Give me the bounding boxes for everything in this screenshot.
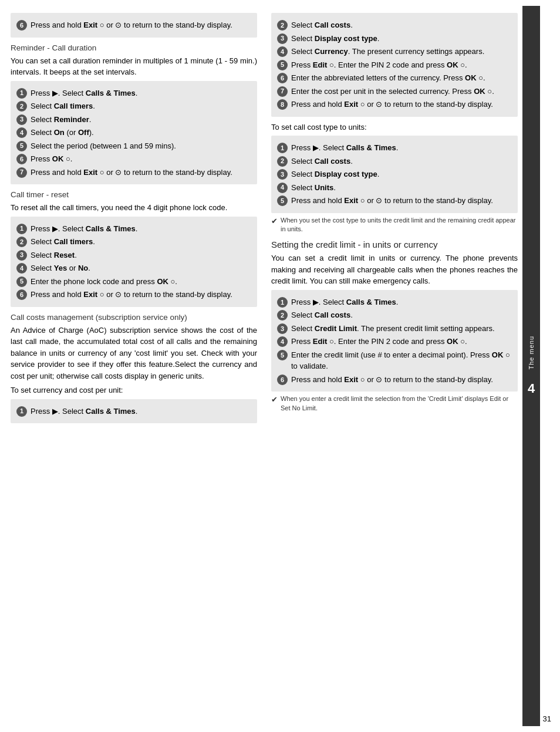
credit-limit-steps-box: 1 Press ▶. Select Calls & Times. 2 Selec… <box>271 290 518 392</box>
side-tab: The menu 4 <box>522 6 540 726</box>
step-number: 4 <box>16 127 27 138</box>
call-costs-description: An Advice of Charge (AoC) subscription s… <box>11 325 257 382</box>
step-content: Select Call costs. <box>291 19 512 31</box>
step-row: 4 Select On (or Off). <box>16 127 251 139</box>
step-content: Press and hold Exit ○ or ⊙ to return to … <box>31 19 251 31</box>
step-row: 5 Select the period (between 1 and 59 mi… <box>16 140 251 152</box>
reminder-steps-box: 1 Press ▶. Select Calls & Times. 2 Selec… <box>11 81 257 185</box>
step-content: Press and hold Exit ○ or ⊙ to return to … <box>31 289 251 301</box>
step-content: Enter the credit limit (use # to enter a… <box>291 349 512 372</box>
step-row: 1 Press ▶. Select Calls & Times. <box>16 87 251 99</box>
step-content: Select Call costs. <box>291 309 512 321</box>
reminder-description: You can set a call duration reminder in … <box>11 55 257 78</box>
step-content: Select Currency. The present currency se… <box>291 46 512 58</box>
step-content: Press ▶. Select Calls & Times. <box>31 87 251 99</box>
step-number: 7 <box>16 167 27 178</box>
step-number: 5 <box>277 60 288 70</box>
step-content: Select Call timers. <box>31 100 251 112</box>
step-number: 4 <box>16 263 27 274</box>
step-row: 1 Press ▶. Select Calls & Times. <box>16 223 251 235</box>
step-row: 8 Press and hold Exit ○ or ⊙ to return t… <box>277 99 512 110</box>
call-timer-reset-description: To reset all the call timers, you need t… <box>11 202 257 214</box>
step-row: 5 Enter the phone lock code and press OK… <box>16 276 251 288</box>
call-timer-reset-heading: Call timer - reset <box>11 190 257 199</box>
credit-limit-heading: Setting the credit limit - in units or c… <box>271 239 518 249</box>
call-timer-reset-box: 1 Press ▶. Select Calls & Times. 2 Selec… <box>11 217 257 307</box>
step-content: Enter the abbreviated letters of the cur… <box>291 72 512 84</box>
main-content: 6 Press and hold Exit ○ or ⊙ to return t… <box>0 0 560 732</box>
step-number: 6 <box>16 289 27 300</box>
credit-limit-note-box: ✔ When you enter a credit limit the sele… <box>271 394 518 413</box>
step-number: 3 <box>16 250 27 261</box>
step-row: 6 Press and hold Exit ○ or ⊙ to return t… <box>16 289 251 301</box>
step-content: Select the period (between 1 and 59 mins… <box>31 140 251 152</box>
step-number: 4 <box>277 183 288 193</box>
step-row: 3 Select Display cost type. <box>277 33 512 45</box>
call-costs-step1-box: 1 Press ▶. Select Calls & Times. <box>11 399 257 424</box>
step-number: 1 <box>277 297 288 308</box>
step-content: Select Units. <box>291 182 512 194</box>
step-content: Select Display cost type. <box>291 33 512 45</box>
step-content: Press ▶. Select Calls & Times. <box>291 142 512 154</box>
step-content: Press and hold Exit ○ or ⊙ to return to … <box>31 167 251 178</box>
page: 6 Press and hold Exit ○ or ⊙ to return t… <box>0 0 560 732</box>
step-number: 5 <box>16 141 27 151</box>
step-content: Select Reset. <box>31 249 251 261</box>
step-row: 1 Press ▶. Select Calls & Times. <box>277 142 512 154</box>
step-row: 6 Press and hold Exit ○ or ⊙ to return t… <box>16 19 251 31</box>
step-number: 7 <box>277 86 288 97</box>
step-row: 2 Select Call costs. <box>277 309 512 321</box>
step-row: 3 Select Reset. <box>16 249 251 261</box>
step-number: 1 <box>16 224 27 234</box>
step-row: 2 Select Call costs. <box>277 19 512 31</box>
step-number: 3 <box>277 33 288 44</box>
step-content: Enter the cost per unit in the selected … <box>291 86 512 97</box>
side-tab-label: The menu <box>528 336 535 370</box>
to-set-units-label: To set call cost type to units: <box>271 122 518 133</box>
step-number: 2 <box>16 237 27 247</box>
reminder-section-heading: Reminder - Call duration <box>11 43 257 52</box>
left-column: 6 Press and hold Exit ○ or ⊙ to return t… <box>6 6 264 726</box>
check-icon: ✔ <box>271 216 278 227</box>
step-number: 1 <box>277 143 288 153</box>
step-number: 2 <box>277 20 288 31</box>
step-row: 6 Enter the abbreviated letters of the c… <box>277 72 512 84</box>
step-row: 6 Press OK ○. <box>16 153 251 165</box>
step-row: 5 Enter the credit limit (use # to enter… <box>277 349 512 372</box>
step-content: Press and hold Exit ○ or ⊙ to return to … <box>291 195 512 207</box>
step-number: 6 <box>16 154 27 164</box>
check-icon: ✔ <box>271 394 278 405</box>
step-row: 4 Select Units. <box>277 182 512 194</box>
credit-limit-description: You can set a credit limit in units or c… <box>271 252 518 287</box>
step-content: Press and hold Exit ○ or ⊙ to return to … <box>291 374 512 386</box>
step-row: 1 Press ▶. Select Calls & Times. <box>277 296 512 308</box>
call-costs-heading: Call costs management (subscription serv… <box>11 313 257 322</box>
step-content: Press ▶. Select Calls & Times. <box>31 223 251 235</box>
step-number: 8 <box>277 99 288 110</box>
step-number: 3 <box>277 323 288 334</box>
step-row: 3 Select Credit Limit. The present credi… <box>277 323 512 335</box>
step-number: 1 <box>16 88 27 99</box>
step-row: 2 Select Call timers. <box>16 100 251 112</box>
step-row: 7 Press and hold Exit ○ or ⊙ to return t… <box>16 167 251 178</box>
units-note-text: When you set the cost type to units the … <box>281 216 518 234</box>
step-content: Press OK ○. <box>31 153 251 165</box>
step-content: Enter the phone lock code and press OK ○… <box>31 276 251 288</box>
step-number: 2 <box>16 101 27 112</box>
step-content: Select Reminder. <box>31 114 251 126</box>
step-content: Select Credit Limit. The present credit … <box>291 323 512 335</box>
call-costs-continued-box: 2 Select Call costs. 3 Select Display co… <box>271 13 518 117</box>
step-row: 4 Press Edit ○. Enter the PIN 2 code and… <box>277 336 512 348</box>
step-number: 3 <box>16 114 27 125</box>
step-content: Select Yes or No. <box>31 262 251 274</box>
step-number: 5 <box>277 195 288 206</box>
step-content: Select On (or Off). <box>31 127 251 139</box>
block1-exit-box: 6 Press and hold Exit ○ or ⊙ to return t… <box>11 13 257 38</box>
page-number: 31 <box>543 714 551 723</box>
step-row: 6 Press and hold Exit ○ or ⊙ to return t… <box>277 374 512 386</box>
step-row: 4 Select Yes or No. <box>16 262 251 274</box>
step-row: 3 Select Reminder. <box>16 114 251 126</box>
step-content: Select Display cost type. <box>291 168 512 180</box>
step-row: 2 Select Call timers. <box>16 236 251 248</box>
step-row: 1 Press ▶. Select Calls & Times. <box>16 406 251 417</box>
